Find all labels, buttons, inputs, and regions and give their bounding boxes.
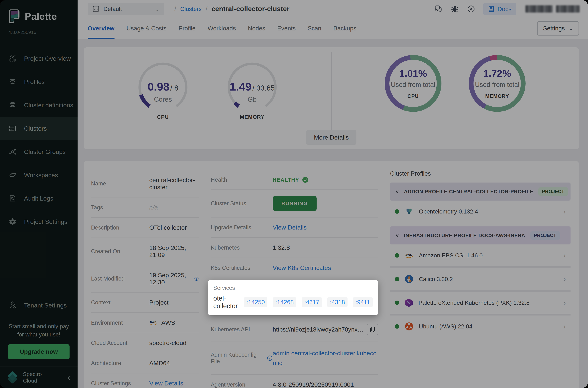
services-label: Services bbox=[213, 285, 373, 291]
service-port-link[interactable]: :9411 bbox=[353, 297, 373, 307]
service-port-link[interactable]: :4318 bbox=[327, 297, 347, 307]
services-row: otel-collector :14250 :14268 :4317 :4318… bbox=[213, 294, 373, 310]
service-port-link[interactable]: :14268 bbox=[273, 297, 296, 307]
services-spotlight-box: Services otel-collector :14250 :14268 :4… bbox=[208, 280, 378, 315]
service-name: otel-collector bbox=[213, 294, 238, 310]
service-port-link[interactable]: :4317 bbox=[302, 297, 322, 307]
app-window: Palette 4.8.0-250916 Project Overview Pr… bbox=[0, 0, 588, 388]
service-port-link[interactable]: :14250 bbox=[244, 297, 268, 307]
tour-dim-overlay bbox=[0, 0, 588, 388]
